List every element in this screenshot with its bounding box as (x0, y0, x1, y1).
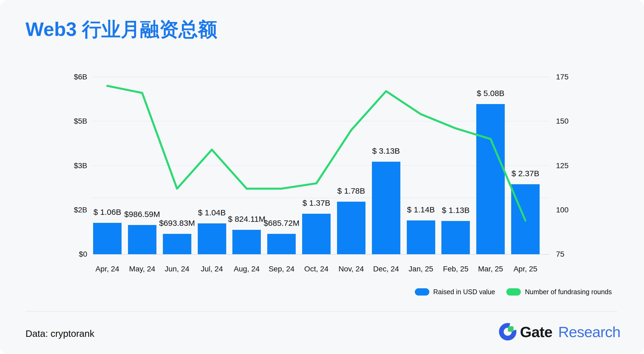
x-axis-label: Aug, 24 (234, 264, 260, 274)
brand-name-gate: Gate (520, 323, 552, 341)
bar-oct-24 (302, 214, 331, 254)
legend-label-fundraising-rounds: Number of fundrasing rounds (525, 288, 612, 296)
bar-value-label-jan-25: $ 1.14B (407, 205, 435, 215)
y-axis-tick-right: 100 (556, 205, 588, 215)
bar-mar-25 (476, 104, 505, 254)
infographic-root: Web3 行业月融资总额 $6B$5B$3B$2B$01751501251007… (0, 0, 644, 354)
bar-dec-24 (372, 162, 400, 254)
chart-legend: Raised in USD value Number of fundrasing… (415, 288, 612, 296)
x-axis-label: Apr, 24 (96, 264, 119, 274)
y-axis-tick-left: $3B (47, 161, 87, 170)
gridline (93, 77, 550, 77)
x-axis-label: May, 24 (129, 264, 155, 274)
bar-value-label-jun-24: $693.83M (159, 218, 195, 228)
bar-value-label-sep-24: $685.72M (264, 218, 299, 228)
bar-nov-24 (337, 202, 365, 254)
bar-jan-25 (407, 220, 435, 254)
bar-value-label-apr-24: $ 1.06B (93, 207, 121, 217)
x-axis-label: Jul, 24 (201, 264, 223, 274)
bar-aug-24 (232, 230, 261, 254)
bar-value-label-oct-24: $ 1.37B (302, 198, 330, 208)
footer-divider (25, 311, 617, 312)
brand-lockup: Gate Research (499, 323, 620, 341)
y-axis-tick-right: 175 (556, 72, 588, 82)
x-axis-label: Dec, 24 (373, 264, 399, 274)
bar-value-label-nov-24: $ 1.78B (337, 186, 365, 196)
y-axis-tick-left: $6B (47, 72, 87, 82)
y-axis-tick-left: $0 (47, 250, 87, 259)
bar-apr-24 (93, 223, 122, 254)
x-axis-label: Feb, 25 (443, 264, 469, 274)
x-axis-label: Jun, 24 (165, 264, 189, 274)
bar-value-label-dec-24: $ 3.13B (372, 146, 400, 156)
bar-may-24 (128, 225, 156, 254)
y-axis-tick-left: $2B (47, 205, 87, 215)
x-axis-label: Apr, 25 (514, 264, 537, 274)
x-axis-label: Sep, 24 (269, 264, 295, 274)
x-axis-label: Mar, 25 (478, 264, 503, 274)
fundraising-rounds-legend-swatch (506, 288, 521, 296)
funding-combo-chart: $6B$5B$3B$2B$017515012510075$ 1.06B$986.… (0, 0, 644, 354)
x-axis-label: Jan, 25 (409, 264, 433, 274)
bar-sep-24 (267, 234, 296, 254)
legend-label-raised-usd: Raised in USD value (433, 288, 495, 296)
y-axis-tick-right: 150 (556, 117, 588, 126)
bar-feb-25 (441, 221, 470, 254)
brand-name-research: Research (558, 323, 620, 341)
legend-item-fundraising-rounds: Number of fundrasing rounds (506, 288, 612, 296)
bar-jul-24 (198, 223, 226, 254)
bar-value-label-mar-25: $ 5.08B (477, 88, 504, 98)
bar-apr-25 (511, 184, 540, 254)
y-axis-tick-right: 75 (556, 250, 588, 259)
x-axis-label: Nov, 24 (339, 264, 364, 274)
raised-usd-legend-swatch (415, 288, 429, 296)
x-axis-label: Oct, 24 (304, 264, 328, 274)
bar-value-label-aug-24: $ 824.11M (228, 214, 266, 224)
y-axis-tick-right: 125 (556, 161, 588, 170)
gate-logo-icon (499, 323, 517, 341)
bar-value-label-jul-24: $ 1.04B (198, 208, 226, 217)
bar-value-label-apr-25: $ 2.37B (511, 169, 539, 178)
bar-jun-24 (163, 234, 191, 254)
data-source-text: Data: cryptorank (25, 328, 94, 339)
legend-item-raised-usd: Raised in USD value (415, 288, 495, 296)
bar-value-label-feb-25: $ 1.13B (442, 205, 470, 215)
bar-value-label-may-24: $986.59M (124, 209, 160, 219)
y-axis-tick-left: $5B (47, 117, 87, 126)
